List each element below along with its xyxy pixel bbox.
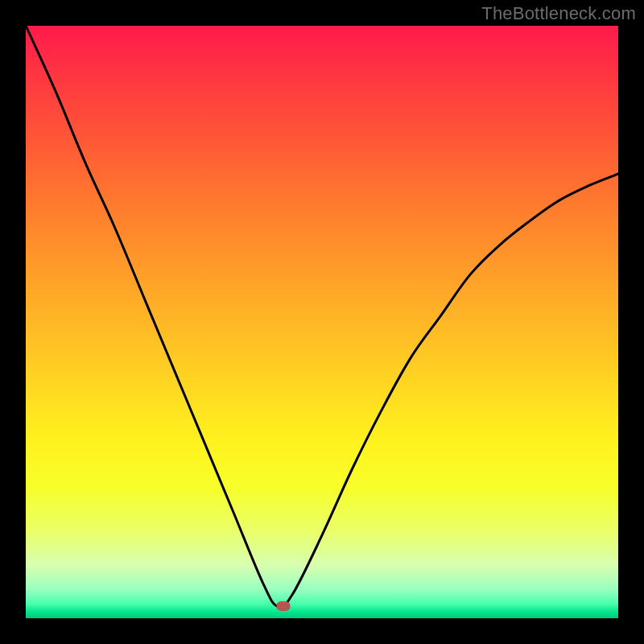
minimum-marker xyxy=(277,601,291,611)
chart-frame: TheBottleneck.com xyxy=(0,0,644,644)
watermark-text: TheBottleneck.com xyxy=(481,3,636,24)
bottleneck-curve xyxy=(26,26,618,618)
plot-area xyxy=(26,26,618,618)
